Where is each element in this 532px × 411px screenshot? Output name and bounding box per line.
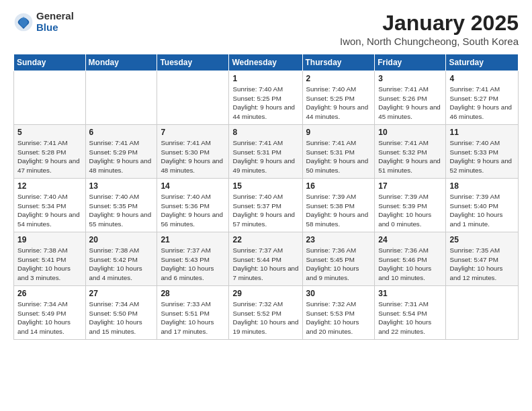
day-info: Sunrise: 7:40 AMSunset: 5:37 PMDaylight:… xyxy=(232,192,298,229)
day-info: Sunrise: 7:31 AMSunset: 5:54 PMDaylight:… xyxy=(378,300,442,336)
day-number: 9 xyxy=(306,128,371,137)
weekday-header-saturday: Saturday xyxy=(446,54,519,71)
day-info: Sunrise: 7:37 AMSunset: 5:43 PMDaylight:… xyxy=(161,246,225,283)
calendar-cell: 4Sunrise: 7:41 AMSunset: 5:27 PMDaylight… xyxy=(446,71,519,125)
day-info: Sunrise: 7:36 AMSunset: 5:46 PMDaylight:… xyxy=(378,246,442,283)
day-info: Sunrise: 7:41 AMSunset: 5:26 PMDaylight:… xyxy=(378,85,442,122)
calendar-cell: 27Sunrise: 7:34 AMSunset: 5:50 PMDayligh… xyxy=(85,286,157,340)
day-number: 23 xyxy=(306,235,371,244)
day-number: 22 xyxy=(232,235,298,244)
day-info: Sunrise: 7:40 AMSunset: 5:35 PMDaylight:… xyxy=(89,192,154,229)
day-info: Sunrise: 7:36 AMSunset: 5:45 PMDaylight:… xyxy=(306,246,371,283)
weekday-header-wednesday: Wednesday xyxy=(229,54,302,71)
day-info: Sunrise: 7:41 AMSunset: 5:29 PMDaylight:… xyxy=(89,138,154,175)
day-number: 19 xyxy=(17,235,82,244)
calendar-cell: 15Sunrise: 7:40 AMSunset: 5:37 PMDayligh… xyxy=(229,179,302,232)
day-number: 26 xyxy=(17,289,82,298)
day-number: 1 xyxy=(232,74,298,83)
day-info: Sunrise: 7:38 AMSunset: 5:41 PMDaylight:… xyxy=(17,246,82,283)
calendar-cell: 7Sunrise: 7:41 AMSunset: 5:30 PMDaylight… xyxy=(157,125,229,179)
day-number: 11 xyxy=(449,128,515,137)
calendar-cell: 6Sunrise: 7:41 AMSunset: 5:29 PMDaylight… xyxy=(85,125,157,179)
calendar-cell: 17Sunrise: 7:39 AMSunset: 5:39 PMDayligh… xyxy=(375,179,446,232)
day-info: Sunrise: 7:32 AMSunset: 5:53 PMDaylight:… xyxy=(306,300,371,336)
day-number: 4 xyxy=(449,74,515,83)
day-number: 3 xyxy=(378,74,442,83)
calendar-cell: 9Sunrise: 7:41 AMSunset: 5:31 PMDaylight… xyxy=(302,125,375,179)
day-info: Sunrise: 7:41 AMSunset: 5:31 PMDaylight:… xyxy=(306,138,371,175)
day-number: 31 xyxy=(378,289,442,298)
day-info: Sunrise: 7:40 AMSunset: 5:25 PMDaylight:… xyxy=(232,85,298,122)
day-number: 20 xyxy=(89,235,154,244)
calendar-cell: 31Sunrise: 7:31 AMSunset: 5:54 PMDayligh… xyxy=(375,286,446,340)
day-number: 21 xyxy=(161,235,225,244)
day-info: Sunrise: 7:41 AMSunset: 5:27 PMDaylight:… xyxy=(449,85,515,122)
day-number: 30 xyxy=(306,289,371,298)
day-number: 13 xyxy=(89,181,154,191)
logo-general-text: General xyxy=(36,11,74,22)
logo-icon xyxy=(13,12,34,32)
day-number: 8 xyxy=(232,128,298,137)
calendar-cell xyxy=(85,71,157,125)
calendar-table: SundayMondayTuesdayWednesdayThursdayFrid… xyxy=(13,54,519,340)
day-number: 27 xyxy=(89,289,154,298)
calendar-cell: 25Sunrise: 7:35 AMSunset: 5:47 PMDayligh… xyxy=(446,232,519,286)
day-info: Sunrise: 7:40 AMSunset: 5:25 PMDaylight:… xyxy=(306,85,371,122)
calendar-cell: 29Sunrise: 7:32 AMSunset: 5:52 PMDayligh… xyxy=(229,286,302,340)
calendar-cell: 22Sunrise: 7:37 AMSunset: 5:44 PMDayligh… xyxy=(229,232,302,286)
calendar-cell: 2Sunrise: 7:40 AMSunset: 5:25 PMDaylight… xyxy=(302,71,375,125)
calendar-cell: 8Sunrise: 7:41 AMSunset: 5:31 PMDaylight… xyxy=(229,125,302,179)
day-info: Sunrise: 7:39 AMSunset: 5:38 PMDaylight:… xyxy=(306,192,371,229)
day-number: 16 xyxy=(306,181,371,191)
day-info: Sunrise: 7:41 AMSunset: 5:28 PMDaylight:… xyxy=(17,138,82,175)
day-info: Sunrise: 7:41 AMSunset: 5:31 PMDaylight:… xyxy=(232,138,298,175)
calendar-cell: 24Sunrise: 7:36 AMSunset: 5:46 PMDayligh… xyxy=(375,232,446,286)
day-number: 7 xyxy=(161,128,225,137)
calendar-cell: 1Sunrise: 7:40 AMSunset: 5:25 PMDaylight… xyxy=(229,71,302,125)
calendar-cell: 30Sunrise: 7:32 AMSunset: 5:53 PMDayligh… xyxy=(302,286,375,340)
week-row-1: 1Sunrise: 7:40 AMSunset: 5:25 PMDaylight… xyxy=(14,71,519,125)
day-info: Sunrise: 7:40 AMSunset: 5:36 PMDaylight:… xyxy=(161,192,225,229)
day-number: 29 xyxy=(232,289,298,298)
calendar-cell xyxy=(446,286,519,340)
calendar-cell: 16Sunrise: 7:39 AMSunset: 5:38 PMDayligh… xyxy=(302,179,375,232)
logo-blue-text: Blue xyxy=(36,22,74,34)
day-info: Sunrise: 7:39 AMSunset: 5:40 PMDaylight:… xyxy=(449,192,515,229)
day-info: Sunrise: 7:41 AMSunset: 5:32 PMDaylight:… xyxy=(378,138,442,175)
weekday-header-monday: Monday xyxy=(85,54,157,71)
day-info: Sunrise: 7:34 AMSunset: 5:49 PMDaylight:… xyxy=(17,300,82,336)
calendar-cell xyxy=(157,71,229,125)
day-number: 15 xyxy=(232,181,298,191)
calendar-cell: 3Sunrise: 7:41 AMSunset: 5:26 PMDaylight… xyxy=(375,71,446,125)
week-row-5: 26Sunrise: 7:34 AMSunset: 5:49 PMDayligh… xyxy=(14,286,519,340)
day-number: 25 xyxy=(449,235,515,244)
weekday-header-thursday: Thursday xyxy=(302,54,375,71)
calendar-cell: 21Sunrise: 7:37 AMSunset: 5:43 PMDayligh… xyxy=(157,232,229,286)
day-number: 18 xyxy=(449,181,515,191)
calendar-cell: 19Sunrise: 7:38 AMSunset: 5:41 PMDayligh… xyxy=(14,232,86,286)
day-number: 14 xyxy=(161,181,225,191)
day-info: Sunrise: 7:40 AMSunset: 5:34 PMDaylight:… xyxy=(17,192,82,229)
day-number: 12 xyxy=(17,181,82,191)
logo: General Blue xyxy=(13,11,74,33)
day-info: Sunrise: 7:40 AMSunset: 5:33 PMDaylight:… xyxy=(449,138,515,175)
week-row-4: 19Sunrise: 7:38 AMSunset: 5:41 PMDayligh… xyxy=(14,232,519,286)
day-number: 6 xyxy=(89,128,154,137)
day-info: Sunrise: 7:32 AMSunset: 5:52 PMDaylight:… xyxy=(232,300,298,336)
day-info: Sunrise: 7:33 AMSunset: 5:51 PMDaylight:… xyxy=(161,300,225,336)
week-row-2: 5Sunrise: 7:41 AMSunset: 5:28 PMDaylight… xyxy=(14,125,519,179)
month-title: January 2025 xyxy=(340,11,519,36)
weekday-header-tuesday: Tuesday xyxy=(157,54,229,71)
day-number: 10 xyxy=(378,128,442,137)
calendar-cell: 12Sunrise: 7:40 AMSunset: 5:34 PMDayligh… xyxy=(14,179,86,232)
calendar-cell: 20Sunrise: 7:38 AMSunset: 5:42 PMDayligh… xyxy=(85,232,157,286)
calendar-cell: 18Sunrise: 7:39 AMSunset: 5:40 PMDayligh… xyxy=(446,179,519,232)
weekday-header-friday: Friday xyxy=(375,54,446,71)
weekday-header-sunday: Sunday xyxy=(14,54,86,71)
day-info: Sunrise: 7:38 AMSunset: 5:42 PMDaylight:… xyxy=(89,246,154,283)
calendar-cell: 13Sunrise: 7:40 AMSunset: 5:35 PMDayligh… xyxy=(85,179,157,232)
calendar-cell: 11Sunrise: 7:40 AMSunset: 5:33 PMDayligh… xyxy=(446,125,519,179)
week-row-3: 12Sunrise: 7:40 AMSunset: 5:34 PMDayligh… xyxy=(14,179,519,232)
day-number: 28 xyxy=(161,289,225,298)
title-area: January 2025 Iwon, North Chungcheong, So… xyxy=(340,11,519,47)
